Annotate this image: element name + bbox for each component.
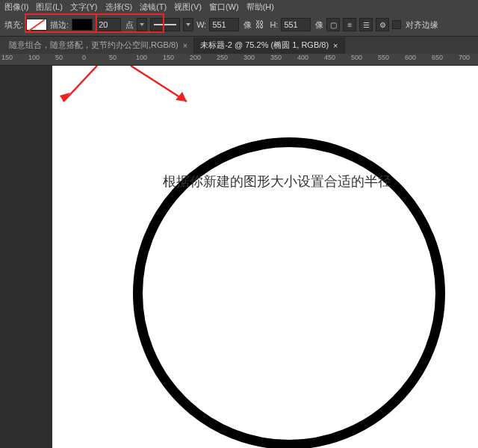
link-icon[interactable]: ⛓	[255, 19, 265, 30]
ruler-tick: 150	[163, 54, 174, 61]
close-icon[interactable]: ×	[183, 41, 187, 50]
ruler-tick: 100	[28, 54, 40, 61]
ruler-horizontal: 150 100 50 0 50 100 150 200 250 300 350 …	[0, 54, 478, 66]
fill-swatch[interactable]	[26, 19, 47, 31]
height-input[interactable]	[281, 18, 311, 31]
h-label: H:	[270, 20, 278, 29]
annotation-text: 根据你新建的图形大小设置合适的半径	[163, 172, 391, 190]
stroke-width-dropdown[interactable]	[137, 18, 147, 31]
stroke-label: 描边:	[50, 19, 69, 31]
menu-item[interactable]: 窗口(W)	[209, 1, 239, 13]
arrange-button[interactable]: ☰	[359, 18, 373, 31]
ruler-tick: 250	[217, 54, 228, 61]
close-icon[interactable]: ×	[333, 41, 338, 50]
menu-item[interactable]: 帮助(H)	[246, 1, 274, 13]
stroke-swatch[interactable]	[72, 19, 93, 31]
ruler-tick: 200	[190, 54, 201, 61]
stroke-unit: 点	[125, 19, 134, 31]
align-edges-label: 对齐边缘	[406, 19, 438, 31]
ruler-tick: 450	[324, 54, 335, 61]
ruler-tick: 100	[136, 54, 147, 61]
align-edges-checkbox[interactable]	[392, 20, 401, 29]
shape-combine-button[interactable]: ▢	[326, 18, 340, 31]
ruler-tick: 50	[109, 54, 117, 61]
menu-item[interactable]: 选择(S)	[105, 1, 133, 13]
h-unit: 像	[315, 19, 323, 31]
w-unit: 像	[243, 19, 252, 31]
workspace: 根据你新建的图形大小设置合适的半径	[0, 66, 478, 448]
ruler-tick: 300	[243, 54, 255, 61]
menu-item[interactable]: 滤镜(T)	[140, 1, 167, 13]
ruler-tick: 50	[55, 54, 63, 61]
ruler-tick: 400	[297, 54, 308, 61]
canvas[interactable]	[52, 66, 478, 448]
ruler-tick: 0	[82, 54, 86, 61]
menu-item[interactable]: 视图(V)	[174, 1, 202, 13]
chevron-down-icon	[140, 23, 144, 26]
menu-item[interactable]: 图层(L)	[36, 1, 62, 13]
tab-label: 未标题-2 @ 75.2% (椭圆 1, RGB/8)	[200, 40, 329, 51]
menubar: 图像(I) 图层(L) 文字(Y) 选择(S) 滤镜(T) 视图(V) 窗口(W…	[0, 0, 478, 13]
tab-label: 随意组合，随意搭配，更节约办公空间,RGB/8)	[9, 40, 179, 51]
ruler-tick: 550	[378, 54, 389, 61]
stroke-style-dropdown[interactable]	[183, 18, 193, 31]
document-tab-active[interactable]: 未标题-2 @ 75.2% (椭圆 1, RGB/8) ×	[194, 37, 344, 54]
ruler-tick: 350	[270, 54, 282, 61]
stroke-width-input[interactable]	[96, 18, 121, 31]
document-tabs: 随意组合，随意搭配，更节约办公空间,RGB/8) × 未标题-2 @ 75.2%…	[0, 36, 478, 54]
width-input[interactable]	[209, 18, 239, 31]
ruler-tick: 500	[351, 54, 362, 61]
options-bar: 填充: 描边: 点 W: 像 ⛓ H: 像 ▢ ≡ ☰ ⚙ 对齐边缘	[0, 13, 478, 36]
menu-item[interactable]: 文字(Y)	[70, 1, 98, 13]
document-tab[interactable]: 随意组合，随意搭配，更节约办公空间,RGB/8) ×	[3, 37, 194, 54]
w-label: W:	[196, 20, 206, 29]
ruler-tick: 650	[432, 54, 443, 61]
ruler-tick: 700	[459, 54, 470, 61]
ruler-tick: 600	[405, 54, 416, 61]
align-button[interactable]: ≡	[343, 18, 356, 31]
menu-item[interactable]: 图像(I)	[4, 1, 28, 13]
gear-icon[interactable]: ⚙	[376, 18, 389, 31]
chevron-down-icon	[186, 23, 190, 26]
stroke-style-picker[interactable]	[150, 18, 180, 31]
fill-label: 填充:	[4, 19, 23, 31]
ruler-tick: 150	[1, 54, 13, 61]
